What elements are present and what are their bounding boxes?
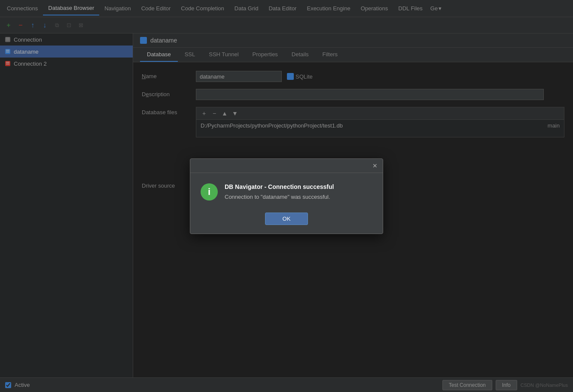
modal-ok-button[interactable]: OK	[265, 213, 308, 225]
modal-body: i DB Navigator - Connection successful C…	[190, 173, 383, 207]
modal-message: Connection to "dataname" was successful.	[225, 194, 372, 200]
modal-title: DB Navigator - Connection successful	[225, 183, 372, 190]
modal-footer: OK	[190, 207, 383, 234]
modal-success-icon: i	[201, 183, 218, 201]
success-modal: ✕ i DB Navigator - Connection successful…	[190, 158, 383, 234]
modal-close-button[interactable]: ✕	[371, 161, 379, 170]
modal-titlebar: ✕	[190, 159, 383, 173]
modal-text-block: DB Navigator - Connection successful Con…	[225, 183, 372, 200]
modal-overlay: ✕ i DB Navigator - Connection successful…	[0, 0, 573, 392]
